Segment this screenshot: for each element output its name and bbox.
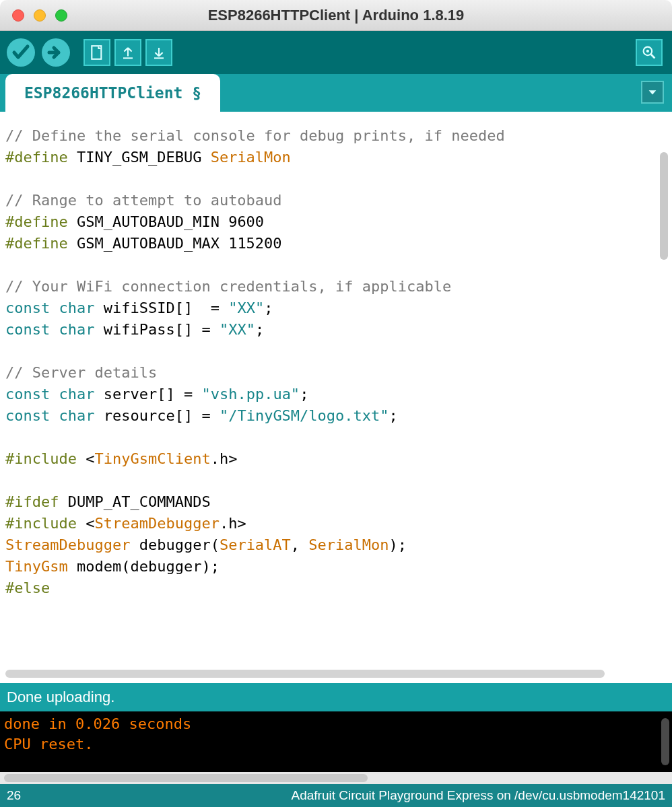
status-message: Done uploading. (7, 689, 114, 706)
sketch-tab-label: ESP8266HTTPClient § (24, 84, 201, 102)
status-bar: Done uploading. (0, 683, 672, 711)
close-icon[interactable] (12, 9, 24, 22)
svg-point-6 (646, 50, 649, 52)
console-horizontal-scrollbar-track (0, 772, 672, 784)
console-vertical-scrollbar[interactable] (661, 718, 669, 765)
editor-vertical-scrollbar[interactable] (660, 152, 668, 260)
titlebar: ESP8266HTTPClient | Arduino 1.8.19 (0, 0, 672, 31)
console-horizontal-scrollbar[interactable] (4, 774, 368, 782)
maximize-icon[interactable] (55, 9, 67, 22)
verify-button[interactable] (5, 37, 36, 68)
upload-button[interactable] (40, 37, 71, 68)
console-output[interactable]: done in 0.026 seconds CPU reset. (0, 711, 657, 772)
open-button[interactable] (114, 39, 141, 66)
window-controls (12, 9, 67, 22)
tab-bar: ESP8266HTTPClient § (0, 74, 672, 112)
console-line: done in 0.026 seconds (4, 715, 191, 732)
sketch-tab[interactable]: ESP8266HTTPClient § (5, 74, 220, 112)
board-port-label: Adafruit Circuit Playground Express on /… (291, 788, 665, 803)
save-button[interactable] (145, 39, 172, 66)
console-area: done in 0.026 seconds CPU reset. (0, 711, 672, 772)
toolbar (0, 31, 672, 74)
line-number: 26 (7, 788, 21, 803)
console-line: CPU reset. (4, 736, 93, 752)
code-editor[interactable]: // Define the serial console for debug p… (5, 125, 653, 663)
new-button[interactable] (83, 39, 110, 66)
window-title: ESP8266HTTPClient | Arduino 1.8.19 (0, 7, 672, 24)
minimize-icon[interactable] (34, 9, 46, 22)
editor-horizontal-scrollbar[interactable] (5, 670, 605, 678)
editor-area: // Define the serial console for debug p… (0, 112, 672, 683)
tab-menu-button[interactable] (641, 81, 664, 104)
svg-line-7 (651, 55, 655, 59)
footer-bar: 26 Adafruit Circuit Playground Express o… (0, 784, 672, 807)
serial-monitor-button[interactable] (636, 39, 663, 66)
arduino-window: ESP8266HTTPClient | Arduino 1.8.19 (0, 0, 672, 807)
